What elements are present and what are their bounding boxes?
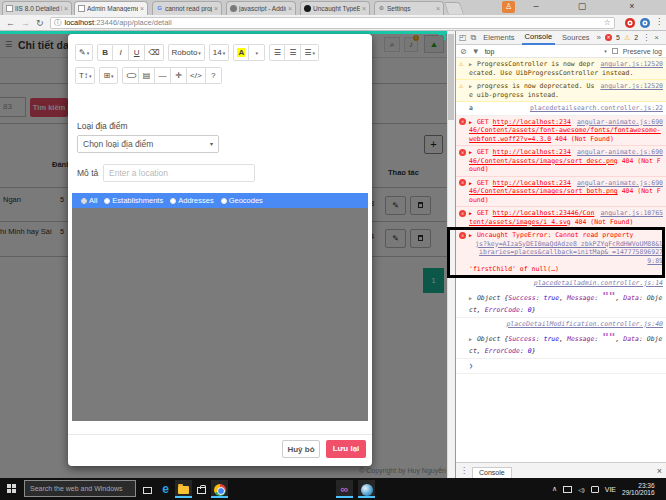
italic-button[interactable]: I [113, 44, 129, 61]
taskbar-search-box[interactable]: Search the web and Windows [24, 480, 136, 497]
radio-addresses[interactable]: Addresses [170, 196, 213, 205]
tab-console[interactable]: Console [522, 30, 556, 45]
network-icon[interactable] [563, 486, 572, 493]
source-link[interactable]: angular-animate.js:690 [577, 148, 663, 157]
bookmark-star-icon[interactable]: ☆ [604, 18, 611, 28]
page-scrollbar-thumb[interactable] [448, 34, 454, 120]
tab-close-icon[interactable]: × [140, 6, 144, 12]
tray-expand-icon[interactable]: ∧ [552, 485, 557, 493]
expand-triangle-icon[interactable]: ▶ [469, 210, 472, 216]
save-button[interactable]: Lưu lại [326, 440, 366, 458]
tab-settings[interactable]: ⚙ Settings × [374, 1, 444, 15]
preserve-log-checkbox[interactable] [612, 48, 618, 54]
source-link[interactable]: angular-animate.js:690 [577, 179, 663, 188]
devtools-close-icon[interactable]: × [654, 33, 659, 42]
tab-google-search[interactable]: G cannot read property × [152, 1, 222, 15]
notification-icon[interactable] [591, 486, 599, 493]
insert-link-button[interactable]: ⊂⊃ [122, 67, 139, 84]
source-link[interactable]: placeDetailModification.controller.js:40 [473, 320, 663, 329]
paragraph-align-dropdown[interactable]: ☰▾ [301, 44, 319, 61]
unordered-list-button[interactable]: ☰ [269, 44, 285, 61]
extension-icon-red[interactable] [625, 18, 635, 28]
more-tabs-icon[interactable]: » [597, 33, 601, 42]
execution-context-select[interactable]: top [485, 48, 495, 55]
console-object-log[interactable]: placeDetailModification.controller.js:40… [456, 318, 666, 359]
address-bar[interactable]: ⓘ localhost:23446/app/place/detail ☆ [50, 17, 615, 29]
browser-menu-icon[interactable]: ⋮ [655, 17, 663, 26]
window-close-button[interactable]: × [620, 0, 644, 13]
tab-iis-error[interactable]: IIS 8.0 Detailed Error × [2, 1, 72, 15]
drawer-console-tab[interactable]: Console [472, 467, 512, 478]
expand-triangle-icon[interactable]: ▶ [469, 61, 472, 67]
window-maximize-button[interactable]: ▢ [570, 0, 594, 13]
drawer-menu-icon[interactable]: ⋮ [460, 466, 468, 475]
tab-close-icon[interactable]: × [64, 6, 68, 12]
font-family-dropdown[interactable]: Roboto▾ [168, 44, 205, 61]
expand-triangle-icon[interactable]: ▶ [469, 149, 472, 155]
expand-triangle-icon[interactable]: ▶ [469, 232, 472, 238]
store-icon[interactable] [193, 480, 210, 498]
tab-close-icon[interactable]: × [214, 6, 218, 12]
map-placeholder[interactable] [72, 208, 368, 421]
console-error[interactable]: ✕ angular-animate.js:690 ▶ GET http://lo… [456, 177, 666, 208]
window-minimize-button[interactable]: – [524, 0, 548, 13]
expand-triangle-icon[interactable]: ▶ [469, 295, 472, 301]
tab-stackoverflow[interactable]: javascript - Adding G × [226, 1, 296, 15]
help-button[interactable]: ? [206, 67, 222, 84]
console-object-log[interactable]: placedetailadmin.controller.js:14 ▶ Obje… [456, 277, 666, 318]
visual-studio-icon[interactable]: ∞ [336, 480, 353, 498]
tab-sources[interactable]: Sources [559, 31, 593, 44]
volume-icon[interactable]: ◁) [578, 486, 585, 493]
chrome-icon[interactable] [211, 480, 228, 498]
forward-icon[interactable]: → [21, 16, 30, 30]
clear-console-icon[interactable]: ⊘ [460, 47, 467, 56]
app-icon-sphere[interactable] [358, 480, 375, 498]
console-error[interactable]: ✕ angular-animate.js:690 ▶ GET http://lo… [456, 146, 666, 177]
cancel-button[interactable]: Huỷ bỏ [282, 440, 320, 458]
console-prompt[interactable]: ❯ [456, 359, 666, 375]
console-log[interactable]: placedetailsearch.controller.js:22 a [456, 102, 666, 116]
file-explorer-icon[interactable] [175, 480, 192, 498]
clear-format-button[interactable]: ⌫ [145, 44, 163, 61]
console-error[interactable]: ✕ angular-animate.js:690 ▶ GET http://lo… [456, 116, 666, 147]
expand-triangle-icon[interactable]: ▶ [469, 119, 472, 125]
console-uncaught-error-highlighted[interactable]: ✕ ▶ Uncaught TypeError: Cannot read prop… [456, 229, 666, 277]
start-button[interactable] [7, 484, 16, 493]
tab-admin-management[interactable]: Admin Management × [74, 1, 148, 15]
expand-triangle-icon[interactable]: ▶ [469, 83, 472, 89]
inspect-element-icon[interactable]: ◰ [459, 33, 467, 42]
tab-github[interactable]: Uncaught TypeError: × [300, 1, 370, 15]
tab-elements[interactable]: Elements [480, 31, 517, 44]
taskbar-clock[interactable]: 23:36 29/10/2016 [622, 482, 655, 497]
source-link[interactable]: placedetailsearch.controller.js:22 [530, 104, 663, 113]
language-indicator[interactable]: VIE [605, 486, 616, 493]
new-tab-button[interactable] [444, 2, 464, 14]
code-view-button[interactable]: </> [187, 67, 206, 84]
drawer-close-icon[interactable]: × [657, 466, 662, 476]
underline-button[interactable]: U [129, 44, 145, 61]
text-color-button[interactable]: A [233, 44, 249, 61]
radio-establishments[interactable]: Establishments [104, 196, 163, 205]
ordered-list-button[interactable]: ☰ [285, 44, 301, 61]
source-link[interactable]: angular.js:12520 [600, 82, 663, 91]
fullscreen-button[interactable]: ✛ [171, 67, 187, 84]
profile-avatar[interactable]: ♙ [502, 1, 515, 13]
place-type-select[interactable]: Chọn loại địa điểm ▾ [77, 135, 219, 153]
tab-close-icon[interactable]: × [436, 6, 440, 12]
device-toolbar-icon[interactable]: ⧉ [471, 33, 477, 43]
source-link[interactable]: js?key=AIzaSyDEI0maQdAdze8_zbkPZYqFcRdHW… [473, 240, 663, 266]
location-input[interactable]: Enter a location [103, 164, 255, 182]
filter-icon[interactable]: ▼ [472, 47, 480, 56]
radio-geocodes[interactable]: Geocodes [221, 196, 263, 205]
task-view-icon[interactable] [139, 480, 156, 498]
radio-all[interactable]: All [81, 196, 97, 205]
table-dropdown[interactable]: ⊞▾ [99, 67, 117, 84]
tab-close-icon[interactable]: × [288, 6, 292, 12]
source-link[interactable]: angular.js:12520 [600, 60, 663, 69]
console-error[interactable]: ✕ angular.js:10765 ▶ GET http://localhos… [456, 207, 666, 229]
devtools-menu-icon[interactable]: ⋮ [642, 33, 650, 42]
extension-icon-blue[interactable] [640, 18, 650, 28]
source-link[interactable]: placedetailadmin.controller.js:14 [473, 279, 663, 288]
back-icon[interactable]: ← [6, 16, 15, 30]
font-size-dropdown[interactable]: 14▾ [209, 44, 229, 61]
